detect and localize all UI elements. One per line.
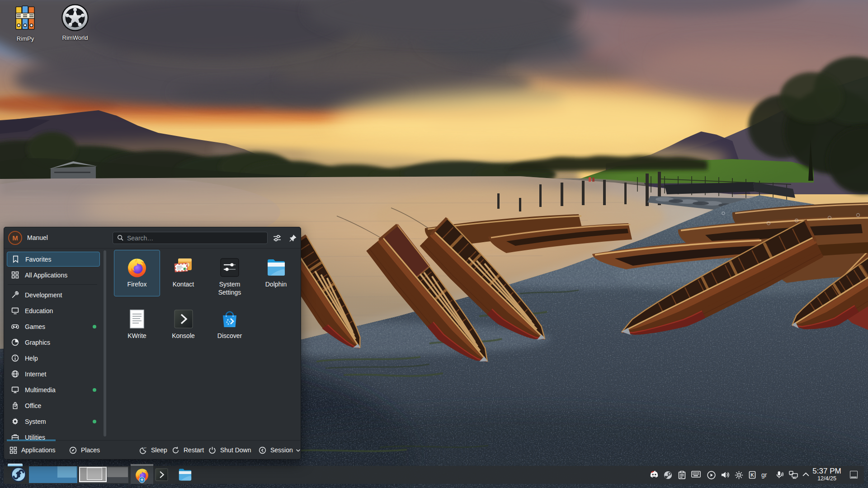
svg-text:z: z [146, 446, 146, 449]
svg-text:K: K [750, 472, 754, 478]
